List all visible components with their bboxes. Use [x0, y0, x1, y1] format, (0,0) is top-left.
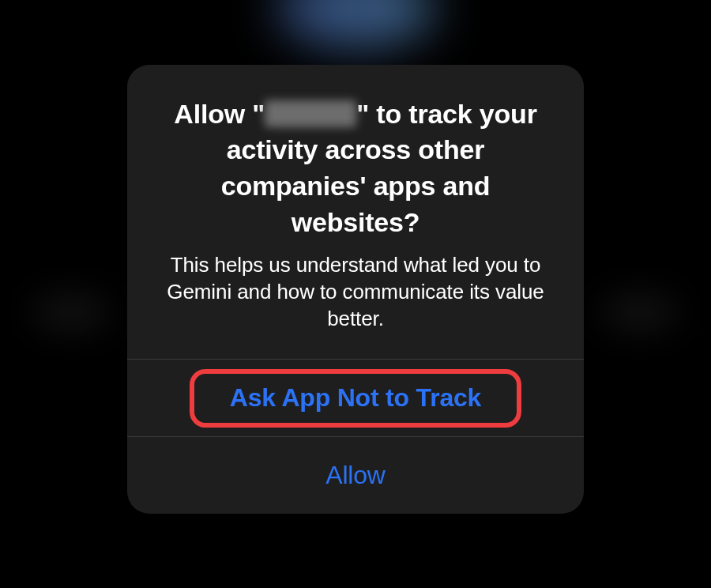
ask-not-to-track-button[interactable]: Ask App Not to Track — [230, 383, 481, 413]
deny-button-row[interactable]: Ask App Not to Track — [127, 359, 584, 436]
title-prefix: Allow " — [174, 99, 265, 129]
tracking-permission-dialog: Allow "" to track your activity across o… — [127, 65, 584, 514]
background-blur-right — [600, 292, 679, 332]
allow-button-row[interactable]: Allow — [127, 436, 584, 514]
dialog-buttons: Ask App Not to Track Allow — [127, 359, 584, 514]
dialog-description: This helps us understand what led you to… — [155, 252, 556, 332]
allow-button[interactable]: Allow — [325, 461, 385, 490]
background-blur-left — [32, 292, 111, 332]
background-glow — [276, 0, 434, 47]
dialog-content: Allow "" to track your activity across o… — [127, 65, 584, 360]
dialog-title: Allow "" to track your activity across o… — [155, 96, 556, 242]
redacted-app-name — [265, 100, 356, 127]
